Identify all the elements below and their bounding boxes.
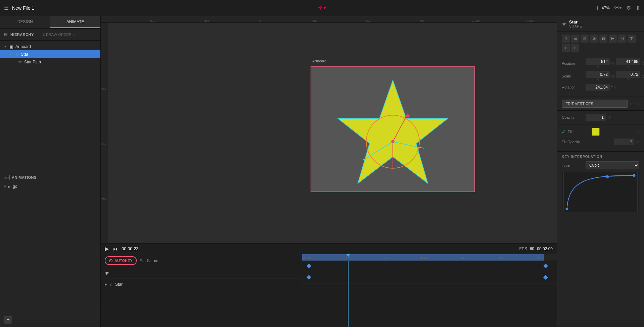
align-btn-5[interactable]: ⊡ xyxy=(599,35,607,43)
scale-y-group: Y xyxy=(616,71,640,81)
canvas-container[interactable]: 256 512 768 Artboard xyxy=(101,23,557,243)
menu-icon[interactable]: ☰ xyxy=(4,5,9,11)
fill-check-icon[interactable]: ✓ xyxy=(562,129,566,134)
expand-artboard-icon[interactable]: ▾ xyxy=(3,45,7,48)
align-btn-3[interactable]: ⊟ xyxy=(581,35,589,43)
tl-right-area[interactable]: 00:00f 20f 40f 01:00f 20f 40f 02 xyxy=(302,254,557,327)
pos-link-icon[interactable]: ◇ xyxy=(611,61,615,66)
tl-playhead[interactable] xyxy=(348,261,349,327)
vertices-arrow-icon[interactable]: ↩ xyxy=(630,101,634,107)
keyframe-star-start[interactable] xyxy=(307,275,311,279)
info-icon[interactable]: ℹ xyxy=(597,5,598,11)
play-button[interactable]: ▶ xyxy=(105,246,109,252)
vert-mark-256: 256 xyxy=(101,87,106,91)
star-path-icon: ☆ xyxy=(17,59,23,64)
eye-button[interactable]: 👁 ▾ xyxy=(614,5,622,11)
scale-x-input[interactable] xyxy=(586,71,610,78)
scale-keyframe-icon[interactable]: ◇ xyxy=(642,74,644,78)
star-track-expand-icon[interactable]: ▶ xyxy=(105,282,107,286)
topbar-right: 47% 👁 ▾ ⚙ ⬆ xyxy=(602,5,640,11)
tab-design[interactable]: DESIGN xyxy=(0,16,50,28)
tab-animate[interactable]: ANIMATE xyxy=(50,16,101,28)
settings-button[interactable]: ⚙ xyxy=(626,5,631,11)
fill-opacity-keyframe-icon[interactable]: ◇ xyxy=(636,140,639,144)
tl-keyframes xyxy=(302,261,557,327)
tl-tracks: go ▶ ☆ Star xyxy=(101,267,302,327)
keyframe-go-end[interactable] xyxy=(543,263,548,268)
rp-shape-type: SHAPE xyxy=(569,24,582,28)
tl-scrub-bar[interactable]: 00:00f 20f 40f 01:00f 20f 40f 02 xyxy=(302,254,557,261)
align-btn-8[interactable]: ⊤ xyxy=(628,35,636,43)
ruler-marks-area: -512 -256 0 256 512 768 1,024 1,280 xyxy=(107,16,557,22)
scrub-label-2min: 02 xyxy=(537,257,541,260)
move-icon: ✛ xyxy=(318,5,322,11)
fill-keyframe-icon[interactable]: ◇ xyxy=(636,129,639,134)
fill-color-swatch[interactable] xyxy=(592,128,600,136)
type-select[interactable]: Cubic Linear Hold xyxy=(586,161,639,169)
pos-x-sublabel: X xyxy=(597,65,599,68)
scrub-label-1min40f: 40f xyxy=(499,257,503,260)
align-btn-4[interactable]: ⊠ xyxy=(590,35,598,43)
position-label: Position xyxy=(562,61,584,65)
ruler-mark-1280: 1,280 xyxy=(526,19,534,22)
fill-opacity-row: Fill Opacity ◇ xyxy=(562,139,639,145)
star-path-label: Star Path xyxy=(24,60,98,64)
zoom-level[interactable]: 47% xyxy=(602,6,610,10)
vertices-keyframe-icon[interactable]: ◇ xyxy=(636,101,639,106)
vert-mark-512: 512 xyxy=(101,142,106,146)
opacity-keyframe-icon[interactable]: ◇ xyxy=(608,115,611,120)
scrub-label-0: 00:00f xyxy=(303,257,312,260)
skip-button[interactable]: ⏮ xyxy=(113,246,118,252)
hierarchy-label: HIERARCHY xyxy=(10,33,34,37)
align-btn-2[interactable]: ▭ xyxy=(571,35,579,43)
right-panel: ★ Star SHAPE ⊞ ▭ ⊟ ⊠ ⊡ ⊢ ⊣ ⊤ ⊥ ⊦ Positio… xyxy=(557,16,644,327)
curve-svg xyxy=(562,172,639,212)
curve-start-dot[interactable] xyxy=(566,208,568,210)
anim-expand-icon[interactable]: ▶ xyxy=(8,185,11,188)
tree-item-star-path[interactable]: ☆ Star Path xyxy=(0,58,100,66)
select-tool-button[interactable]: ↖ xyxy=(139,258,144,264)
tl-track-star[interactable]: ▶ ☆ Star xyxy=(101,279,302,290)
opacity-label: Opacity xyxy=(562,115,584,119)
opacity-input[interactable] xyxy=(586,114,606,121)
anim-dot xyxy=(4,185,6,187)
align-btn-10[interactable]: ⊦ xyxy=(571,44,579,52)
keyframe-star-end[interactable] xyxy=(543,275,548,279)
tl-track-go-keys xyxy=(302,261,557,272)
rp-position-section: Position X ◇ Y ◇ Scale xyxy=(557,55,644,97)
move-tool-button[interactable]: ✛ ▾ xyxy=(315,3,329,12)
autokey-button[interactable]: ⊙ AUTOKEY xyxy=(105,256,137,265)
fill-opacity-input[interactable] xyxy=(614,139,634,145)
anim-item-go[interactable]: ▶ go xyxy=(0,183,100,190)
add-animation-button[interactable]: + xyxy=(4,316,12,324)
stretch-button[interactable]: ⇔ xyxy=(153,258,158,264)
share-button[interactable]: ⬆ xyxy=(636,5,640,11)
artboard-canvas[interactable] xyxy=(311,66,475,192)
align-btn-1[interactable]: ⊞ xyxy=(562,35,570,43)
anim-name: go xyxy=(13,184,17,189)
align-btn-7[interactable]: ⊣ xyxy=(618,35,626,43)
rotation-keyframe-icon[interactable]: ◇ xyxy=(614,85,617,90)
align-btn-9[interactable]: ⊥ xyxy=(562,44,570,52)
scale-link-icon[interactable]: ◇ xyxy=(611,73,615,79)
ruler-mark-neg256: -256 xyxy=(203,19,209,22)
edit-vertices-button[interactable]: EDIT VERTICES xyxy=(562,100,628,108)
tl-track-go[interactable]: go xyxy=(101,267,302,279)
draw-order-label[interactable]: ≡ DRAW ORDER ◇ xyxy=(42,32,76,37)
tree-item-artboard[interactable]: ▾ ▣ Artboard xyxy=(0,43,100,50)
canvas-area[interactable]: -512 -256 0 256 512 768 1,024 1,280 256 … xyxy=(101,16,557,243)
position-x-input[interactable] xyxy=(586,58,610,65)
top-bar: ☰ New File 1 ℹ ✛ ▾ 47% 👁 ▾ ⚙ ⬆ xyxy=(0,0,644,16)
align-btn-6[interactable]: ⊢ xyxy=(609,35,617,43)
animations-icon: ▭ xyxy=(4,175,10,180)
rotation-input[interactable] xyxy=(586,84,610,91)
rp-opacity-section: Opacity ◇ xyxy=(557,111,644,124)
tree-item-star[interactable]: ▾ ☆ Star xyxy=(0,50,100,58)
expand-star-icon[interactable]: ▾ xyxy=(8,52,13,56)
position-y-input[interactable] xyxy=(616,58,640,65)
keyframe-go-start[interactable] xyxy=(307,263,311,268)
loop-button[interactable]: ↻ xyxy=(146,258,151,264)
scale-y-input[interactable] xyxy=(616,71,640,78)
pos-keyframe-icon[interactable]: ◇ xyxy=(642,61,644,66)
horizontal-ruler: -512 -256 0 256 512 768 1,024 1,280 xyxy=(101,16,557,23)
